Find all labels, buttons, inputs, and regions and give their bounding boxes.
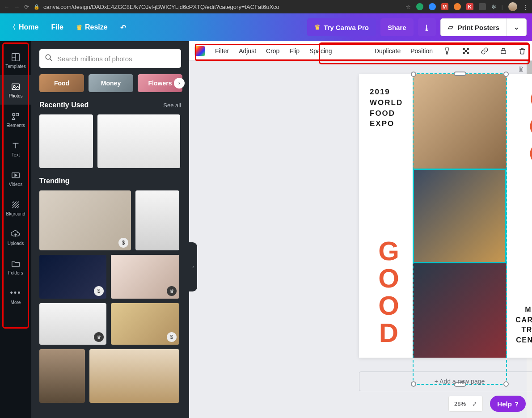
zoom-control[interactable]: 28% ⤢ — [448, 396, 483, 412]
transparency-icon[interactable] — [461, 46, 470, 55]
ext-gmail-icon[interactable]: M — [441, 3, 448, 10]
nav-templates[interactable]: Templates — [0, 46, 31, 75]
poster-title[interactable]: 2019 WORLD FOOD EXPO — [370, 87, 403, 129]
resize-menu[interactable]: ♛ Resize — [76, 23, 108, 32]
ext-blue-icon[interactable] — [429, 3, 436, 10]
category-money[interactable]: Money — [89, 74, 133, 92]
ext-grammarly-icon[interactable] — [416, 3, 423, 10]
poster-image-3[interactable] — [413, 263, 507, 358]
chevron-right-icon: › — [178, 80, 180, 86]
poster-icon: ▱ — [448, 23, 453, 31]
ext-k-icon[interactable]: K — [466, 3, 473, 10]
category-row: Food Money Flowers › — [39, 74, 181, 92]
poster-image-column[interactable] — [413, 74, 507, 358]
price-badge-icon: $ — [94, 286, 104, 296]
lock-icon: 🔒 — [34, 4, 40, 10]
tb-flip[interactable]: Flip — [289, 47, 300, 55]
recent-photo-2[interactable] — [97, 114, 180, 168]
folders-icon — [11, 259, 21, 269]
poster-page[interactable]: 2019 WORLD FOOD EXPO FOOD GOOD MAY 2 CAR… — [359, 74, 532, 358]
poster-date[interactable]: MAY 2 CAROLL TRADE CENTRE — [515, 305, 532, 345]
file-menu[interactable]: File — [51, 23, 63, 31]
nav-more[interactable]: ••• More — [0, 282, 31, 311]
tb-position[interactable]: Position — [410, 47, 433, 55]
ext-snow-icon[interactable]: ✻ — [491, 4, 496, 10]
tb-crop[interactable]: Crop — [266, 47, 279, 55]
ext-orange-icon[interactable] — [454, 3, 461, 10]
address-bar[interactable]: 🔒 canva.com/design/DADxE4ZGC8E/k7OJvl-jB… — [34, 4, 401, 10]
fullscreen-icon[interactable]: ⤢ — [472, 401, 477, 407]
browser-menu-icon[interactable]: ⋮ — [523, 4, 528, 10]
lock-icon[interactable] — [499, 46, 508, 55]
premium-badge-icon: ♛ — [167, 286, 177, 296]
browser-extensions: ☆ M K ✻ | ⋮ — [405, 2, 528, 11]
add-page-button[interactable]: + Add a new page — [359, 372, 532, 391]
page-notes-icon[interactable]: 🗎 — [518, 65, 527, 74]
trending-photo[interactable] — [39, 349, 85, 403]
category-food[interactable]: Food — [39, 74, 84, 92]
browser-reload-icon[interactable]: ⟳ — [24, 4, 29, 10]
print-posters-button[interactable]: ▱ Print Posters — [440, 18, 507, 36]
trending-title: Trending — [39, 177, 70, 185]
copy-style-icon[interactable] — [443, 46, 452, 55]
trending-photo[interactable]: $ — [39, 190, 131, 250]
color-swatch[interactable] — [194, 46, 205, 56]
canvas-scroll[interactable]: 🗎 ⿻ ＋ 2019 WORLD FOOD EXPO FOOD GOOD MAY… — [189, 61, 532, 418]
tb-duplicate[interactable]: Duplicate — [375, 47, 401, 55]
poster-image-2-selected[interactable] — [413, 169, 507, 263]
url-text: canva.com/design/DADxE4ZGC8E/k7OJvl-jBWI… — [43, 4, 279, 10]
trending-photo[interactable]: ♛ — [39, 303, 106, 345]
trending-photo[interactable]: $ — [111, 303, 179, 345]
nav-videos[interactable]: Videos — [0, 164, 31, 193]
try-pro-button[interactable]: ♛ Try Canva Pro — [307, 18, 376, 36]
svg-line-9 — [50, 59, 52, 61]
trending-photo[interactable] — [135, 190, 179, 250]
tb-filter[interactable]: Filter — [215, 47, 229, 55]
text-icon — [11, 141, 21, 151]
trash-icon[interactable] — [518, 46, 527, 55]
search-box[interactable] — [39, 49, 181, 68]
download-button[interactable]: ⭳ — [418, 18, 436, 36]
panel-collapse-tab[interactable]: ‹ — [189, 242, 197, 291]
nav-label: Text — [12, 152, 20, 157]
category-next-button[interactable]: › — [174, 78, 185, 89]
nav-uploads[interactable]: Uploads — [0, 223, 31, 252]
poster-image-1[interactable] — [413, 74, 507, 169]
recent-photo-1[interactable] — [39, 114, 93, 168]
home-link[interactable]: 〈 Home — [9, 23, 38, 32]
search-input[interactable] — [57, 55, 176, 63]
help-button[interactable]: Help ? — [490, 396, 526, 412]
profile-avatar-icon[interactable] — [508, 2, 517, 11]
star-icon[interactable]: ☆ — [405, 4, 411, 10]
see-all-link[interactable]: See all — [163, 102, 181, 109]
photos-icon — [11, 82, 21, 92]
crown-icon: ♛ — [314, 23, 320, 31]
nav-text[interactable]: Text — [0, 134, 31, 164]
browser-forward-icon[interactable]: → — [14, 4, 20, 10]
undo-button[interactable]: ↶ — [120, 23, 126, 32]
ext-gray-icon[interactable] — [479, 3, 486, 10]
poster-big-food[interactable]: FOOD — [524, 87, 532, 196]
help-label: Help — [497, 400, 512, 408]
date-line: TRADE — [515, 325, 532, 335]
svg-rect-14 — [467, 52, 469, 54]
share-button[interactable]: Share — [380, 18, 414, 36]
tb-adjust[interactable]: Adjust — [239, 47, 256, 55]
nav-elements[interactable]: Elements — [0, 105, 31, 134]
ext-divider: | — [502, 4, 503, 10]
trending-photo[interactable]: $ — [39, 255, 106, 299]
nav-background[interactable]: Bkground — [0, 193, 31, 223]
tb-spacing[interactable]: Spacing — [309, 47, 332, 55]
print-dropdown[interactable]: ⌄ — [507, 18, 527, 36]
browser-back-icon[interactable]: ← — [4, 4, 9, 10]
nav-folders[interactable]: Folders — [0, 252, 31, 282]
chevron-left-icon: 〈 — [9, 23, 16, 32]
trending-photo[interactable]: ♛ — [111, 255, 179, 299]
nav-label: More — [11, 300, 21, 305]
trending-photo[interactable] — [89, 349, 179, 403]
chevron-down-icon: ⌄ — [514, 23, 519, 31]
nav-photos[interactable]: Photos — [0, 75, 31, 105]
svg-rect-13 — [463, 52, 465, 54]
link-icon[interactable] — [480, 46, 489, 55]
poster-big-good[interactable]: GOOD — [373, 236, 404, 345]
